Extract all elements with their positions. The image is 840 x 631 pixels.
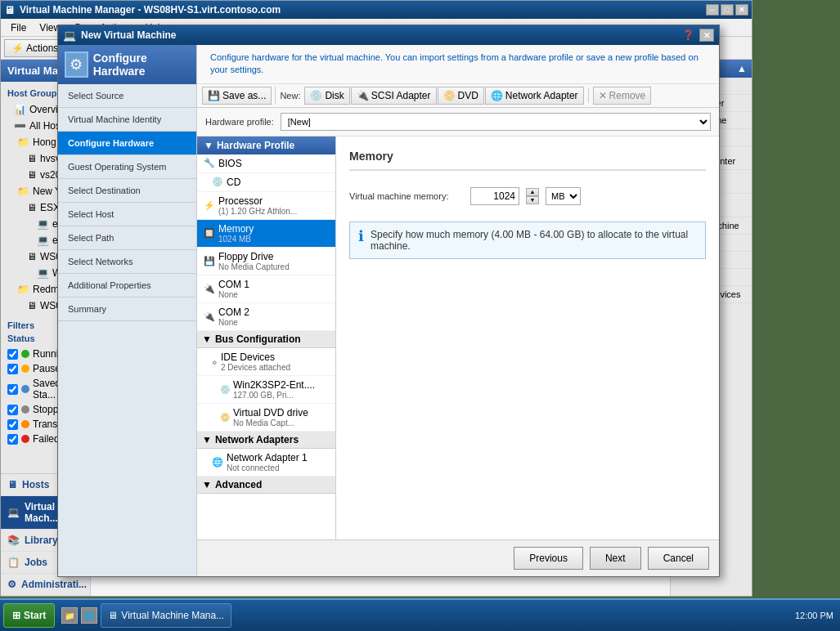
- netadapter-icon: 🌐: [212, 457, 223, 468]
- hw-cd[interactable]: 💿 CD: [197, 173, 335, 192]
- hw-net-adapter1[interactable]: 🌐 Network Adapter 1 Not connected: [197, 449, 335, 477]
- filter-transition-checkbox[interactable]: [7, 419, 18, 430]
- expand-all-icon[interactable]: ▼: [204, 140, 213, 151]
- cancel-button[interactable]: Cancel: [648, 547, 709, 570]
- memory-up-button[interactable]: ▲: [526, 188, 539, 196]
- hw-bus-section[interactable]: ▼ Bus Configuration: [197, 331, 335, 348]
- dialog-header-icon: ⚙: [65, 51, 88, 78]
- filter-savedstate-checkbox[interactable]: [7, 384, 18, 395]
- library-icon: 📚: [7, 535, 20, 546]
- scsi-adapter-button[interactable]: 🔌 SCSI Adapter: [351, 87, 437, 105]
- taskbar-icon-2[interactable]: 🌐: [81, 607, 97, 624]
- memory-panel-title: Memory: [349, 150, 706, 171]
- memory-row: Virtual machine memory: ▲ ▼ MB GB: [349, 187, 706, 205]
- transition-dot: [21, 420, 29, 428]
- nav-additional-props[interactable]: Additional Properties: [58, 274, 196, 298]
- hw-advanced-section[interactable]: ▼ Advanced: [197, 477, 335, 494]
- com2-icon: 🔌: [204, 311, 215, 322]
- hw-memory[interactable]: 🔲 Memory 1024 MB: [197, 220, 335, 248]
- taskbar-quick-launch: 📁 🌐: [61, 607, 97, 624]
- menu-file[interactable]: File: [4, 20, 33, 35]
- cd-icon: 💿: [212, 177, 223, 187]
- dvd2-icon: 📀: [220, 413, 230, 422]
- actions-label: Actions: [26, 43, 58, 54]
- vm1-icon: 💻: [37, 218, 49, 230]
- taskbar-icon-1[interactable]: 📁: [61, 607, 78, 624]
- dialog-footer: Previous Next Cancel: [197, 539, 719, 576]
- main-window-title: Virtual Machine Manager - WS08HV-S1.virt…: [20, 4, 706, 16]
- bus-expand-icon: ▼: [202, 333, 212, 345]
- next-button[interactable]: Next: [590, 547, 641, 570]
- close-button[interactable]: ✕: [735, 4, 748, 16]
- remove-button[interactable]: ✕ Remove: [593, 87, 652, 105]
- running-dot: [21, 350, 29, 358]
- dialog-nav-title: Configure Hardware: [93, 51, 190, 78]
- hw-com1[interactable]: 🔌 COM 1 None: [197, 275, 335, 303]
- filter-failed-checkbox[interactable]: [7, 434, 18, 445]
- hw-com2[interactable]: 🔌 COM 2 None: [197, 303, 335, 331]
- memory-panel: Memory Virtual machine memory: ▲ ▼ MB GB: [336, 136, 719, 539]
- floppy-icon: 💾: [204, 256, 215, 266]
- paused-dot: [21, 365, 29, 373]
- start-button[interactable]: ⊞ Start: [3, 603, 55, 628]
- nav-select-path[interactable]: Select Path: [58, 226, 196, 250]
- hosts-icon: 🖥: [7, 479, 17, 490]
- hw-win2k3[interactable]: 💿 Win2K3SP2-Ent.... 127.00 GB, Pri...: [197, 376, 335, 404]
- info-icon: ℹ: [358, 227, 364, 245]
- dialog-nav: ⚙ Configure Hardware Select Source Virtu…: [58, 45, 197, 576]
- hw-network-section[interactable]: ▼ Network Adapters: [197, 432, 335, 449]
- nav-guest-os[interactable]: Guest Operating System: [58, 155, 196, 179]
- server3-icon: 🖥: [27, 202, 37, 213]
- hw-bios[interactable]: 🔧 BIOS: [197, 154, 335, 173]
- windows-icon: ⊞: [12, 610, 20, 621]
- vm3-icon: 💻: [37, 267, 49, 279]
- memory-down-button[interactable]: ▼: [526, 196, 539, 204]
- hw-processor[interactable]: ⚡ Processor (1) 1.20 GHz Athlon...: [197, 192, 335, 220]
- actions-icon: ⚡: [11, 43, 24, 54]
- save-as-button[interactable]: 💾 Save as...: [202, 87, 272, 105]
- network-icon: 🌐: [491, 90, 503, 101]
- hw-dvd[interactable]: 📀 Virtual DVD drive No Media Capt...: [197, 404, 335, 432]
- minus-icon: ➖: [14, 120, 26, 132]
- network-adapter-button[interactable]: 🌐 Network Adapter: [485, 87, 584, 105]
- filter-paused-checkbox[interactable]: [7, 364, 18, 374]
- filter-running-checkbox[interactable]: [7, 349, 18, 360]
- dvd-icon: 📀: [443, 90, 456, 101]
- dialog-help-icon[interactable]: ❓: [682, 29, 694, 41]
- bios-icon: 🔧: [204, 158, 215, 168]
- nav-select-destination[interactable]: Select Destination: [58, 179, 196, 203]
- server2-icon: 🖥: [27, 169, 37, 181]
- new-disk-button[interactable]: 💿 Disk: [304, 87, 349, 105]
- hw-ide-devices[interactable]: ⬦ IDE Devices 2 Devices attached: [197, 348, 335, 376]
- minimize-button[interactable]: ─: [706, 4, 719, 16]
- dialog-titlebar: 💻 New Virtual Machine ❓ ✕: [58, 25, 719, 45]
- right-panel-arrow[interactable]: ▲: [737, 63, 747, 74]
- memory-unit-select[interactable]: MB GB: [546, 187, 581, 205]
- failed-dot: [21, 435, 29, 443]
- dialog-close-button[interactable]: ✕: [699, 29, 714, 42]
- processor-icon: ⚡: [204, 200, 215, 211]
- previous-button[interactable]: Previous: [514, 547, 583, 570]
- hw-profile-select[interactable]: [New]: [281, 113, 711, 131]
- savedstate-dot: [21, 385, 29, 393]
- hardware-tree: ▼ Hardware Profile 🔧 BIOS 💿 CD: [197, 136, 336, 539]
- memory-info: ℹ Specify how much memory (4.00 MB - 64.…: [349, 222, 706, 259]
- nav-select-host[interactable]: Select Host: [58, 203, 196, 226]
- hardware-profile-row: Hardware profile: [New]: [197, 108, 719, 136]
- nav-summary[interactable]: Summary: [58, 298, 196, 321]
- hw-floppy[interactable]: 💾 Floppy Drive No Media Captured: [197, 248, 335, 275]
- dialog-content: ⚙ Configure Hardware Select Source Virtu…: [58, 45, 719, 576]
- nav-vm-identity[interactable]: Virtual Machine Identity: [58, 108, 196, 132]
- filter-stopped-checkbox[interactable]: [7, 405, 18, 415]
- taskbar-program[interactable]: 🖥 Virtual Machine Mana...: [101, 603, 231, 628]
- memory-spinner: ▲ ▼: [526, 188, 539, 204]
- nav-select-source[interactable]: Select Source: [58, 84, 196, 108]
- nav-administration[interactable]: ⚙ Administrati...: [1, 574, 90, 596]
- dvd-button[interactable]: 📀 DVD: [438, 87, 484, 105]
- scsi-icon: 🔌: [357, 90, 369, 101]
- save-icon: 💾: [208, 90, 220, 101]
- memory-value-input[interactable]: [470, 187, 519, 205]
- nav-configure-hardware[interactable]: Configure Hardware: [58, 132, 196, 155]
- nav-select-networks[interactable]: Select Networks: [58, 250, 196, 274]
- maximize-button[interactable]: □: [721, 4, 734, 16]
